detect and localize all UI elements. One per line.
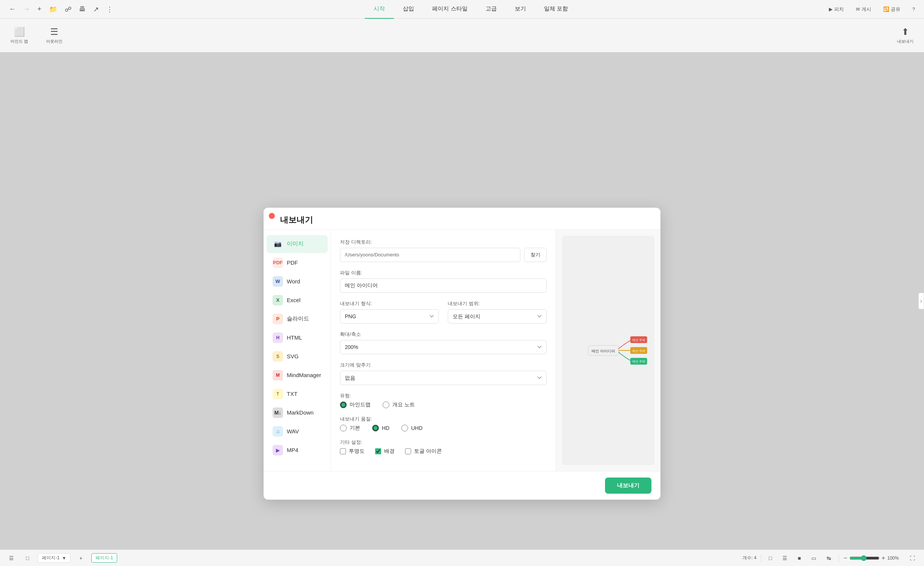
pdf-icon: PDF [273, 257, 283, 268]
share-icon: 🔁 [883, 6, 889, 12]
background-checkbox[interactable] [375, 448, 381, 454]
type-mindmap-label[interactable]: 마인드맵 [340, 402, 370, 408]
other-settings-label: 기타 설정: [340, 439, 547, 446]
sidebar-word-label: Word [287, 278, 300, 285]
transparent-checkbox[interactable] [340, 448, 346, 454]
help-button[interactable]: ? [909, 5, 918, 14]
menu-page-style[interactable]: 페이지 스타일 [423, 0, 476, 19]
open-button[interactable]: 📁 [46, 4, 60, 15]
sidebar-item-svg[interactable]: S SVG [267, 348, 328, 366]
quality-uhd-radio[interactable] [401, 424, 408, 431]
svg-text:메인 주제: 메인 주제 [632, 360, 645, 363]
sidebar-item-slide[interactable]: P 슬라이드 [267, 310, 328, 328]
toggle-icon-label[interactable]: 토글 아이콘 [405, 448, 442, 455]
type-mindmap-radio[interactable] [340, 402, 346, 408]
pitch-button[interactable]: ▶ 피치 [826, 5, 847, 14]
save-dir-row: 저장 디렉토리: 찾기 [340, 239, 547, 262]
other-settings-row: 기타 설정: 투명도 배경 [340, 439, 547, 455]
sidebar-item-excel[interactable]: X Excel [267, 291, 328, 309]
sidebar-txt-label: TXT [287, 391, 297, 397]
post-label: 게시 [861, 6, 871, 13]
quality-radio-group: 기본 HD UHD [340, 424, 547, 431]
print-button[interactable]: 🖶 [76, 4, 89, 15]
quality-uhd-text: UHD [411, 425, 422, 431]
sidebar-item-pdf[interactable]: PDF PDF [267, 254, 328, 272]
toolbar-outline[interactable]: ☰ 아웃라인 [42, 24, 67, 47]
pitch-icon: ▶ [829, 6, 832, 12]
sidebar-item-txt[interactable]: T TXT [267, 385, 328, 403]
type-outline-label[interactable]: 개요 노트 [382, 402, 415, 408]
background-label[interactable]: 배경 [375, 448, 394, 455]
menu-start[interactable]: 시작 [364, 0, 394, 19]
quality-basic-radio[interactable] [340, 424, 346, 431]
menu-insert[interactable]: 삽입 [394, 0, 423, 19]
quality-hd-radio[interactable] [372, 424, 379, 431]
modal-title: 내보내기 [264, 208, 660, 230]
sidebar-mp4-label: MP4 [287, 447, 298, 453]
toolbar: ⬜ 마인드 맵 ☰ 아웃라인 ⬆ 내보내기 [0, 19, 924, 53]
zoom-row: 확대/축소 50% 100% 150% 200% 300% [340, 331, 547, 354]
sidebar-item-word[interactable]: W Word [267, 272, 328, 291]
sidebar-item-markdown[interactable]: M↓ MarkDown [267, 404, 328, 422]
zoom-label: 확대/축소 [340, 331, 547, 338]
outline-icon: ☰ [50, 27, 58, 37]
quality-row: 내보내기 품질: 기본 HD [340, 416, 547, 431]
nav-buttons: ← → + 📁 ☍ 🖶 ↗ ⋮ [6, 4, 116, 15]
type-outline-text: 개요 노트 [392, 402, 415, 408]
modal-footer: 내보내기 [264, 471, 660, 500]
modal-close-button[interactable] [269, 213, 275, 219]
post-button[interactable]: ✉ 게시 [853, 5, 874, 14]
browse-button[interactable]: 찾기 [524, 248, 547, 262]
filename-input[interactable] [340, 278, 547, 293]
wav-icon: ♫ [273, 426, 283, 437]
mindmanager-icon: M [273, 370, 283, 381]
format-label: 내보내기 형식: [340, 300, 439, 307]
quality-hd-label[interactable]: HD [372, 424, 389, 431]
sidebar-markdown-label: MarkDown [287, 409, 314, 416]
format-select[interactable]: PNG JPG BMP TIFF [340, 309, 439, 324]
menu-view[interactable]: 보기 [506, 0, 535, 19]
html-icon: H [273, 333, 283, 343]
txt-icon: T [273, 389, 283, 399]
fit-select[interactable]: 없음 A4 A3 [340, 371, 547, 385]
toggle-icon-checkbox[interactable] [405, 448, 411, 454]
share-button[interactable]: 🔁 공유 [880, 5, 903, 14]
quality-hd-text: HD [382, 425, 389, 431]
quality-basic-text: 기본 [350, 424, 360, 431]
export-label: 내보내기 [897, 39, 914, 44]
type-mindmap-text: 마인드맵 [350, 402, 370, 408]
range-select[interactable]: 모든 페이지 현재 페이지 선택 영역 [448, 309, 547, 324]
menu-advanced[interactable]: 고급 [477, 0, 506, 19]
sidebar-item-wav[interactable]: ♫ WAV [267, 423, 328, 440]
quality-uhd-label[interactable]: UHD [401, 424, 422, 431]
forward-button[interactable]: → [20, 4, 33, 15]
mindmap-icon: ⬜ [14, 27, 25, 37]
quality-basic-label[interactable]: 기본 [340, 424, 360, 431]
menu-all-include[interactable]: 일체 포함 [535, 0, 577, 19]
top-bar-menu: 시작 삽입 페이지 스타일 고급 보기 일체 포함 [116, 0, 826, 19]
filename-label: 파일 이름: [340, 269, 547, 276]
type-outline-radio[interactable] [382, 402, 389, 408]
pages-button[interactable]: ☍ [62, 4, 75, 15]
sidebar-item-html[interactable]: H HTML [267, 329, 328, 347]
range-label: 내보내기 범위: [448, 300, 547, 307]
sidebar-wav-label: WAV [287, 428, 299, 434]
sidebar-item-image[interactable]: 📷 이미지 [267, 235, 328, 253]
sidebar-item-mp4[interactable]: ▶ MP4 [267, 441, 328, 459]
sidebar-item-mindmanager[interactable]: M MindManager [267, 366, 328, 384]
zoom-select[interactable]: 50% 100% 150% 200% 300% [340, 340, 547, 354]
save-dir-input[interactable] [340, 248, 520, 262]
back-button[interactable]: ← [6, 4, 19, 15]
more-button[interactable]: ⋮ [104, 4, 116, 15]
toolbar-mindmap[interactable]: ⬜ 마인드 맵 [6, 24, 33, 47]
svg-text:메인 주제: 메인 주제 [632, 338, 645, 342]
share-ext-button[interactable]: ↗ [90, 4, 102, 15]
sidebar-html-label: HTML [287, 334, 302, 341]
transparent-label[interactable]: 투명도 [340, 448, 364, 455]
svg-icon: S [273, 351, 283, 362]
export-button[interactable]: 내보내기 [605, 477, 651, 494]
sidebar-excel-label: Excel [287, 297, 301, 303]
add-page-button[interactable]: + [34, 4, 45, 15]
format-group: 내보내기 형식: PNG JPG BMP TIFF [340, 300, 439, 324]
toolbar-export[interactable]: ⬆ 내보내기 [892, 24, 918, 47]
